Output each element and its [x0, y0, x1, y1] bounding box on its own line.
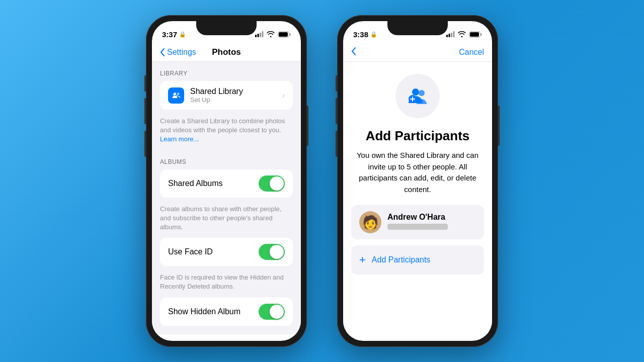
signal-icon [255, 31, 264, 37]
hidden-album-toggle[interactable] [259, 304, 285, 320]
face-id-text: Use Face ID [168, 247, 259, 256]
library-group: + Shared Library Set Up › [160, 81, 293, 110]
face-id-row[interactable]: Use Face ID [160, 238, 293, 266]
shared-library-title: Shared Library [190, 87, 282, 96]
shared-library-row[interactable]: + Shared Library Set Up › [160, 81, 293, 110]
right-wifi-icon [458, 31, 466, 37]
albums-description: Create albums to share with other people… [152, 202, 301, 238]
status-time: 3:37 🔒 [162, 30, 186, 39]
hidden-album-title: Show Hidden Album [168, 307, 259, 316]
notch [196, 21, 257, 35]
participant-info: Andrew O'Hara [387, 213, 476, 232]
participants-title: Add Participants [366, 128, 470, 144]
shared-library-subtitle: Set Up [190, 96, 282, 104]
toggle-thumb [270, 176, 284, 191]
library-section-header: LIBRARY [152, 62, 301, 81]
participant-name: Andrew O'Hara [387, 213, 476, 222]
right-lock-icon: 🔒 [370, 31, 377, 38]
chevron-icon: › [282, 91, 285, 100]
add-participants-row[interactable]: + Add Participants [351, 245, 484, 275]
svg-rect-12 [451, 33, 452, 37]
participant-email [387, 224, 448, 230]
svg-rect-2 [260, 33, 261, 37]
add-participants-icon [405, 83, 431, 109]
right-notch [387, 21, 448, 35]
svg-text:+: + [176, 94, 178, 98]
back-label: Settings [167, 48, 196, 57]
shared-albums-row[interactable]: Shared Albums [160, 169, 293, 198]
svg-rect-15 [470, 32, 479, 37]
add-icon: + [359, 253, 366, 266]
face-id-group: Use Face ID [160, 238, 293, 266]
page-title: Photos [212, 47, 241, 57]
right-signal-icon [446, 31, 455, 37]
svg-rect-13 [453, 31, 455, 37]
add-participants-content: Add Participants You own the Shared Libr… [343, 62, 492, 334]
participants-body: Add Participants You own the Shared Libr… [343, 62, 492, 334]
library-description: Create a Shared Library to combine photo… [152, 114, 301, 150]
face-id-title: Use Face ID [168, 247, 259, 256]
wifi-icon [267, 31, 275, 37]
participants-icon-circle [395, 74, 440, 118]
face-id-description: Face ID is required to view the Hidden a… [152, 270, 301, 297]
hidden-album-toggle-thumb [270, 305, 284, 319]
left-iphone: 3:37 🔒 [146, 15, 307, 347]
right-iphone: 3:38 🔒 [337, 15, 498, 347]
hidden-album-group: Show Hidden Album [160, 298, 293, 326]
face-id-toggle-thumb [270, 245, 284, 259]
svg-rect-0 [255, 35, 257, 37]
lock-icon: 🔒 [179, 31, 186, 38]
settings-content: LIBRARY + Shared Library [152, 62, 301, 334]
cancel-button[interactable]: Cancel [459, 48, 484, 57]
right-nav-bar: Cancel [343, 43, 492, 62]
right-battery-icon [469, 31, 482, 38]
right-status-time: 3:38 🔒 [353, 30, 377, 39]
svg-point-17 [419, 90, 425, 96]
svg-rect-11 [449, 34, 450, 37]
svg-point-16 [412, 88, 419, 96]
svg-rect-5 [279, 32, 288, 37]
shared-library-icon: + [168, 87, 184, 104]
hidden-album-text: Show Hidden Album [168, 307, 259, 316]
svg-rect-3 [262, 31, 264, 37]
participant-avatar: 🧑 [359, 211, 381, 233]
albums-group: Shared Albums [160, 169, 293, 198]
hidden-album-row[interactable]: Show Hidden Album [160, 298, 293, 326]
add-participants-label: Add Participants [372, 255, 431, 264]
back-button[interactable]: Settings [160, 48, 196, 57]
shared-albums-toggle[interactable] [259, 175, 285, 192]
right-status-icons [446, 31, 482, 38]
svg-rect-1 [258, 34, 259, 37]
face-id-toggle[interactable] [259, 244, 285, 260]
shared-library-text: Shared Library Set Up [190, 87, 282, 104]
participants-description: You own the Shared Library and can invit… [351, 150, 484, 195]
nav-bar: Settings Photos [152, 43, 301, 62]
participant-card: 🧑 Andrew O'Hara [351, 205, 484, 239]
status-icons [255, 31, 291, 38]
albums-section-header: ALBUMS [152, 150, 301, 169]
shared-albums-text: Shared Albums [168, 179, 259, 188]
shared-albums-title: Shared Albums [168, 179, 259, 188]
learn-more-link[interactable]: Learn more... [160, 135, 199, 143]
battery-icon [278, 31, 291, 38]
svg-rect-10 [446, 35, 448, 37]
right-back-button[interactable] [351, 47, 356, 57]
svg-point-8 [173, 94, 174, 95]
people-icon: + [171, 90, 181, 101]
